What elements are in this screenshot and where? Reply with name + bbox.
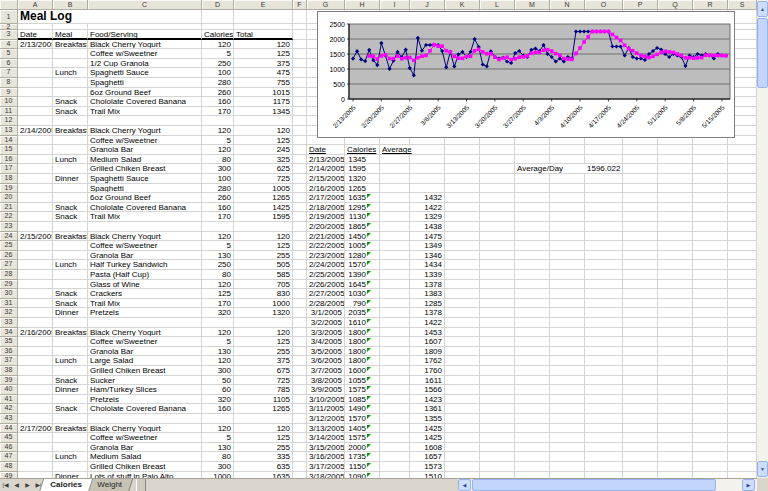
cell[interactable] xyxy=(550,433,585,443)
cell[interactable] xyxy=(293,462,307,472)
cell[interactable] xyxy=(53,462,88,472)
cell[interactable]: 3/4/2005 xyxy=(307,337,345,347)
cell[interactable]: 1265 xyxy=(345,184,380,194)
cell[interactable] xyxy=(550,232,585,242)
cell[interactable]: 3/9/2005 xyxy=(307,385,345,395)
cell[interactable] xyxy=(445,395,480,405)
cell[interactable] xyxy=(515,193,550,203)
cell[interactable] xyxy=(728,385,757,395)
cell[interactable]: 1383 xyxy=(410,289,445,299)
cell[interactable] xyxy=(515,251,550,261)
row-header-17[interactable]: 17 xyxy=(0,164,18,174)
cell[interactable] xyxy=(550,308,585,318)
cell[interactable] xyxy=(623,395,658,405)
row-header-19[interactable]: 19 xyxy=(0,184,18,194)
horizontal-scrollbar[interactable]: ◀ ▶ xyxy=(458,479,757,491)
row-header-1[interactable]: 1 xyxy=(0,10,18,24)
cell[interactable]: 1422 xyxy=(410,203,445,213)
cell[interactable]: 3/16/2005 xyxy=(307,452,345,462)
cell[interactable]: 250 xyxy=(202,59,234,69)
cell[interactable] xyxy=(380,337,410,347)
cell[interactable] xyxy=(623,174,658,184)
cell[interactable] xyxy=(585,337,623,347)
cell[interactable]: Snack xyxy=(53,299,88,309)
cell[interactable]: 255 xyxy=(234,251,293,261)
cell[interactable] xyxy=(234,222,293,232)
cell[interactable] xyxy=(53,251,88,261)
cell[interactable] xyxy=(693,193,728,203)
cell[interactable] xyxy=(585,260,623,270)
cell[interactable]: 1339 xyxy=(410,270,445,280)
cell[interactable]: Medium Salad xyxy=(88,452,202,462)
cell[interactable]: Snack xyxy=(53,203,88,213)
cell[interactable] xyxy=(293,280,307,290)
cell[interactable]: Black Cherry Yogurt xyxy=(88,232,202,242)
cell[interactable]: 1265 xyxy=(234,193,293,203)
cell[interactable] xyxy=(623,414,658,424)
column-header-F[interactable]: F xyxy=(293,0,307,10)
cell[interactable] xyxy=(18,68,53,78)
cell[interactable]: 5 xyxy=(202,241,234,251)
cell[interactable]: 1453 xyxy=(410,328,445,338)
cell[interactable] xyxy=(728,328,757,338)
cell[interactable]: Spaghetti Sauce xyxy=(88,68,202,78)
cell[interactable]: Coffee w/Sweetner xyxy=(88,49,202,59)
cell[interactable] xyxy=(585,404,623,414)
cell[interactable] xyxy=(293,145,307,155)
cell[interactable] xyxy=(693,452,728,462)
cell[interactable] xyxy=(480,232,515,242)
cell[interactable] xyxy=(693,203,728,213)
cell[interactable] xyxy=(202,318,234,328)
cell[interactable] xyxy=(293,232,307,242)
cell[interactable] xyxy=(480,251,515,261)
cell[interactable] xyxy=(380,452,410,462)
cell[interactable] xyxy=(515,404,550,414)
column-header-P[interactable]: P xyxy=(623,0,658,10)
row-header-21[interactable]: 21 xyxy=(0,203,18,213)
cell[interactable] xyxy=(658,222,693,232)
sheet-tab-weight[interactable]: Weight xyxy=(85,479,132,491)
cell[interactable] xyxy=(515,222,550,232)
cell[interactable] xyxy=(623,337,658,347)
cell[interactable] xyxy=(585,270,623,280)
row-header-42[interactable]: 42 xyxy=(0,404,18,414)
cell[interactable] xyxy=(53,164,88,174)
row-header-46[interactable]: 46 xyxy=(0,443,18,453)
row-header-24[interactable]: 24 xyxy=(0,232,18,242)
cell[interactable]: 300 xyxy=(202,462,234,472)
cell[interactable] xyxy=(728,193,757,203)
cell[interactable]: Breakfast xyxy=(53,40,88,50)
cell[interactable] xyxy=(445,347,480,357)
cell[interactable] xyxy=(658,433,693,443)
cell[interactable]: 120 xyxy=(234,232,293,242)
cell[interactable] xyxy=(658,260,693,270)
cell[interactable] xyxy=(585,452,623,462)
cell[interactable] xyxy=(445,193,480,203)
cell[interactable] xyxy=(480,356,515,366)
column-header-M[interactable]: M xyxy=(515,0,550,10)
cell[interactable]: Snack xyxy=(53,97,88,107)
cell[interactable] xyxy=(728,232,757,242)
cell[interactable] xyxy=(18,356,53,366)
cell[interactable]: Grilled Chiken Breast xyxy=(88,462,202,472)
cell[interactable] xyxy=(693,347,728,357)
cell[interactable] xyxy=(18,49,53,59)
cell[interactable] xyxy=(53,270,88,280)
cell[interactable] xyxy=(53,222,88,232)
cell[interactable]: 1595 xyxy=(234,212,293,222)
cell[interactable] xyxy=(53,280,88,290)
cell[interactable] xyxy=(693,260,728,270)
cell[interactable] xyxy=(623,308,658,318)
row-header-14[interactable]: 14 xyxy=(0,136,18,146)
cell[interactable] xyxy=(728,174,757,184)
column-header-D[interactable]: D xyxy=(202,0,234,10)
cell[interactable] xyxy=(293,347,307,357)
cell[interactable] xyxy=(380,184,410,194)
cell[interactable]: 1865 xyxy=(345,222,380,232)
cell[interactable] xyxy=(515,328,550,338)
cell[interactable]: 125 xyxy=(234,433,293,443)
cell[interactable] xyxy=(623,241,658,251)
cell[interactable] xyxy=(18,203,53,213)
cell[interactable]: 1085 xyxy=(345,395,380,405)
cell[interactable] xyxy=(728,155,757,165)
